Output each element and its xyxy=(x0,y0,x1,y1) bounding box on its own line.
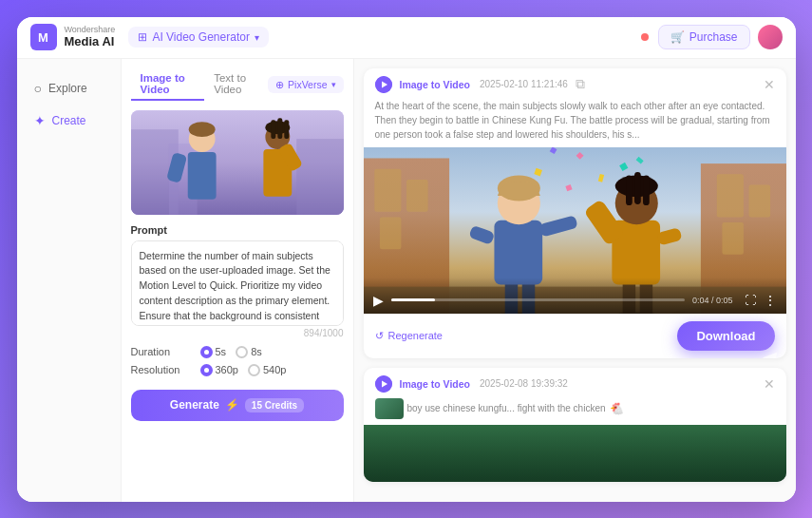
video-card-1-header: Image to Video 2025-02-10 11:21:46 ⧉ ✕ xyxy=(364,68,786,99)
char-count: 894/1000 xyxy=(131,328,344,338)
generate-label: Generate xyxy=(170,398,219,412)
card2-overlay xyxy=(364,425,786,482)
uploaded-image xyxy=(131,110,344,215)
scene-svg xyxy=(131,110,344,215)
radio-540p-dot xyxy=(248,364,260,376)
app-window: M Wondershare Media AI ⊞ AI Video Genera… xyxy=(17,17,796,502)
svg-rect-12 xyxy=(284,120,289,139)
card2-description: boy use chinese kungfu... fight with the… xyxy=(364,398,786,425)
tab-bar: Image to Video Text to Video ⊕ PixVerse … xyxy=(131,68,344,101)
provider-selector[interactable]: ⊕ PixVerse ▾ xyxy=(268,76,343,93)
progress-bar[interactable] xyxy=(391,298,685,301)
download-label: Download xyxy=(696,329,755,343)
nav-pill-label: AI Video Generator xyxy=(152,30,250,44)
svg-rect-25 xyxy=(722,222,744,255)
timestamp-2: 2025-02-08 19:39:32 xyxy=(480,378,568,389)
video-card-2-header: Image to Video 2025-02-08 19:39:32 ✕ xyxy=(364,368,786,398)
type-icon-1 xyxy=(375,76,392,93)
duration-row: Duration 5s 8s xyxy=(131,346,344,358)
type-badge-label: Image to Video xyxy=(400,79,471,90)
svg-rect-21 xyxy=(379,217,401,249)
time-label: 0:04 / 0:05 xyxy=(692,296,733,305)
copy-icon[interactable]: ⧉ xyxy=(576,76,585,92)
video-controls: ▶ 0:04 / 0:05 ⛶ ⋮ xyxy=(364,278,786,314)
regenerate-button[interactable]: ↺ Regenerate xyxy=(375,330,444,342)
right-panel: Image to Video 2025-02-10 11:21:46 ⧉ ✕ A… xyxy=(354,59,796,502)
type-icon-svg-2 xyxy=(375,375,392,393)
svg-rect-49 xyxy=(626,175,633,205)
svg-rect-11 xyxy=(277,118,282,139)
duration-5s-label: 5s xyxy=(216,346,227,357)
logo-area: M Wondershare Media AI xyxy=(30,24,116,50)
resolution-540p[interactable]: 540p xyxy=(248,364,286,376)
chevron-down-icon: ▾ xyxy=(255,32,259,43)
duration-radio-group: 5s 8s xyxy=(200,346,262,358)
type-badge-2: Image to Video xyxy=(400,378,471,390)
resolution-360p-label: 360p xyxy=(216,364,238,375)
cursor-arrow xyxy=(763,352,782,357)
card2-thumb xyxy=(375,398,404,419)
video-player-1[interactable]: ▶ 0:04 / 0:05 ⛶ ⋮ xyxy=(364,147,786,314)
cart-icon: 🛒 xyxy=(670,30,685,44)
provider-chevron-icon: ▾ xyxy=(331,80,336,89)
timestamp-1: 2025-02-10 11:21:46 xyxy=(480,79,568,89)
video-card-2: Image to Video 2025-02-08 19:39:32 ✕ boy… xyxy=(364,368,786,482)
upload-area[interactable] xyxy=(131,110,344,215)
tab-text-to-video[interactable]: Text to Video xyxy=(204,68,268,101)
sidebar-item-create[interactable]: ✦ Create xyxy=(25,106,113,135)
close-icon-2[interactable]: ✕ xyxy=(764,376,775,392)
radio-5s-dot xyxy=(200,346,213,358)
provider-label: PixVerse xyxy=(288,79,327,90)
sidebar: ○ Explore ✦ Create xyxy=(17,59,122,502)
purchase-button[interactable]: 🛒 Purchase xyxy=(658,25,750,49)
nav-pill-icon: ⊞ xyxy=(138,30,147,44)
prompt-label: Prompt xyxy=(131,224,344,236)
svg-rect-50 xyxy=(634,172,641,204)
sidebar-item-explore[interactable]: ○ Explore xyxy=(25,74,113,103)
generate-button[interactable]: Generate ⚡ 15 Credits xyxy=(131,390,344,421)
svg-rect-24 xyxy=(748,184,770,217)
video-desc-1: At the heart of the scene, the main subj… xyxy=(364,99,786,147)
card2-video-preview[interactable] xyxy=(364,425,786,482)
tab-image-to-video[interactable]: Image to Video xyxy=(131,68,205,101)
radio-8s-dot xyxy=(236,346,248,358)
type-badge-1: Image to Video xyxy=(400,79,471,90)
type-badge-2-label: Image to Video xyxy=(400,378,471,390)
close-icon-1[interactable]: ✕ xyxy=(764,77,775,92)
fullscreen-icon[interactable]: ⛶ xyxy=(745,294,756,307)
content-area: Image to Video Text to Video ⊕ PixVerse … xyxy=(122,59,796,502)
resolution-label: Resolution xyxy=(131,364,193,375)
svg-rect-38 xyxy=(494,220,542,284)
regenerate-label: Regenerate xyxy=(388,330,444,341)
resolution-360p[interactable]: 360p xyxy=(200,364,238,376)
more-icon[interactable]: ⋮ xyxy=(764,293,777,308)
resolution-540p-label: 540p xyxy=(263,364,286,375)
sidebar-item-explore-label: Explore xyxy=(48,82,87,95)
status-dot xyxy=(641,33,649,41)
regenerate-icon: ↺ xyxy=(375,330,384,342)
nav-pill[interactable]: ⊞ AI Video Generator ▾ xyxy=(128,27,269,48)
svg-rect-10 xyxy=(271,120,275,139)
video-card-1: Image to Video 2025-02-10 11:21:46 ⧉ ✕ A… xyxy=(364,68,786,358)
svg-rect-19 xyxy=(374,168,401,211)
progress-fill xyxy=(391,298,435,301)
download-button[interactable]: Download xyxy=(677,321,774,351)
prompt-textarea[interactable]: Determine the number of main subjects ba… xyxy=(131,240,344,326)
header: M Wondershare Media AI ⊞ AI Video Genera… xyxy=(17,17,796,59)
type-icon-2 xyxy=(375,375,392,393)
left-panel: Image to Video Text to Video ⊕ PixVerse … xyxy=(122,59,354,502)
provider-icon: ⊕ xyxy=(275,79,284,90)
avatar[interactable] xyxy=(758,25,783,49)
svg-point-5 xyxy=(188,122,215,137)
svg-rect-6 xyxy=(187,152,216,200)
card2-desc-text: boy use chinese kungfu... fight with the… xyxy=(407,403,606,413)
purchase-label: Purchase xyxy=(689,30,738,44)
duration-8s[interactable]: 8s xyxy=(236,346,262,358)
duration-5s[interactable]: 5s xyxy=(200,346,227,358)
type-icon-svg xyxy=(375,76,392,93)
emoji-icon: 🐔 xyxy=(610,402,624,415)
logo-text: Wondershare Media AI xyxy=(65,26,116,48)
svg-rect-23 xyxy=(716,174,743,217)
radio-360p-dot xyxy=(200,364,213,376)
play-button[interactable]: ▶ xyxy=(373,293,384,308)
